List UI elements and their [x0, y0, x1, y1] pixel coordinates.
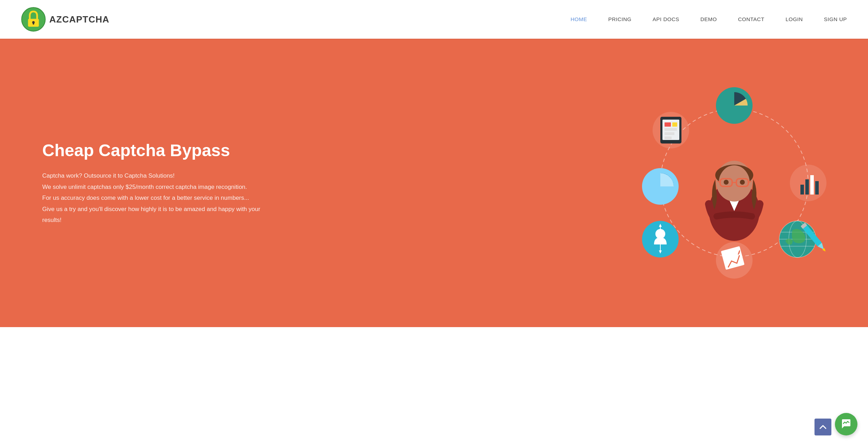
illustration-svg: [629, 77, 840, 288]
hero-section: Cheap Captcha Bypass Captcha work? Outso…: [0, 39, 868, 327]
hero-illustration: [629, 77, 840, 288]
hero-content: Cheap Captcha Bypass Captcha work? Outso…: [42, 140, 260, 226]
logo-icon: [21, 7, 46, 32]
svg-rect-37: [665, 128, 677, 131]
nav-link-signup[interactable]: SIGN UP: [824, 16, 847, 22]
nav-link-login[interactable]: LOGIN: [786, 16, 803, 22]
svg-rect-38: [665, 132, 674, 135]
hero-desc-line2: We solve unlimit captchas only $25/month…: [42, 184, 247, 190]
svg-rect-4: [33, 22, 34, 24]
nav-menu: HOMEPRICINGAPI DOCSDEMOCONTACTLOGINSIGN …: [571, 16, 847, 23]
logo-text: AZCAPTCHA: [49, 14, 109, 25]
svg-point-50: [724, 180, 729, 185]
svg-rect-36: [672, 122, 677, 127]
svg-rect-35: [665, 122, 671, 127]
nav-link-api-docs[interactable]: API DOCS: [653, 16, 679, 22]
svg-point-51: [740, 180, 745, 185]
svg-rect-11: [815, 181, 819, 195]
hero-title: Cheap Captcha Bypass: [42, 140, 260, 161]
svg-rect-39: [665, 136, 672, 139]
logo-link[interactable]: AZCAPTCHA: [21, 7, 109, 32]
svg-rect-9: [805, 179, 809, 195]
svg-rect-8: [800, 185, 804, 195]
hero-desc-line4: Give us a try and you'll discover how hi…: [42, 206, 260, 223]
hero-desc-line1: Captcha work? Outsource it to Captcha So…: [42, 172, 175, 179]
hero-desc-line3: For us accuracy does come with a lower c…: [42, 195, 249, 201]
navbar: AZCAPTCHA HOMEPRICINGAPI DOCSDEMOCONTACT…: [0, 0, 868, 39]
svg-rect-10: [810, 175, 814, 195]
nav-link-demo[interactable]: DEMO: [700, 16, 717, 22]
nav-link-pricing[interactable]: PRICING: [608, 16, 631, 22]
hero-description: Captcha work? Outsource it to Captcha So…: [42, 170, 260, 225]
nav-link-contact[interactable]: CONTACT: [738, 16, 765, 22]
nav-link-home[interactable]: HOME: [571, 16, 587, 22]
central-person: [709, 161, 760, 241]
